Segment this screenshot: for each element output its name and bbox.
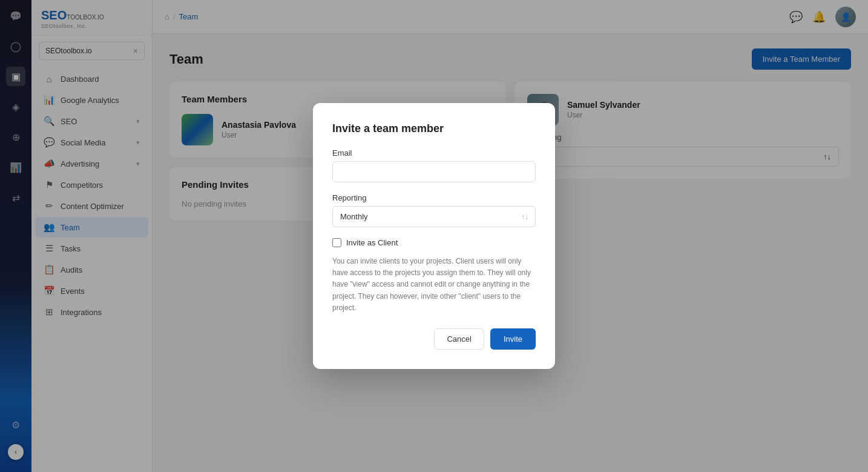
invite-as-client-label[interactable]: Invite as Client [346,238,398,247]
invite-as-client-row: Invite as Client [332,238,536,247]
email-label: Email [332,148,536,158]
reporting-label-modal: Reporting [332,193,536,202]
invite-modal: Invite a team member Email Reporting Dai… [313,103,555,369]
email-input[interactable] [332,161,536,182]
modal-title: Invite a team member [332,122,536,135]
reporting-select-modal[interactable]: Daily Weekly Monthly [332,206,536,227]
reporting-select-wrapper: Daily Weekly Monthly ↑↓ [332,206,536,227]
cancel-button[interactable]: Cancel [434,328,484,350]
invite-button[interactable]: Invite [490,328,536,350]
invite-as-client-checkbox[interactable] [332,238,341,247]
modal-actions: Cancel Invite [332,328,536,350]
modal-overlay[interactable]: Invite a team member Email Reporting Dai… [0,0,868,472]
client-info-text: You can invite clients to your projects.… [332,256,536,314]
